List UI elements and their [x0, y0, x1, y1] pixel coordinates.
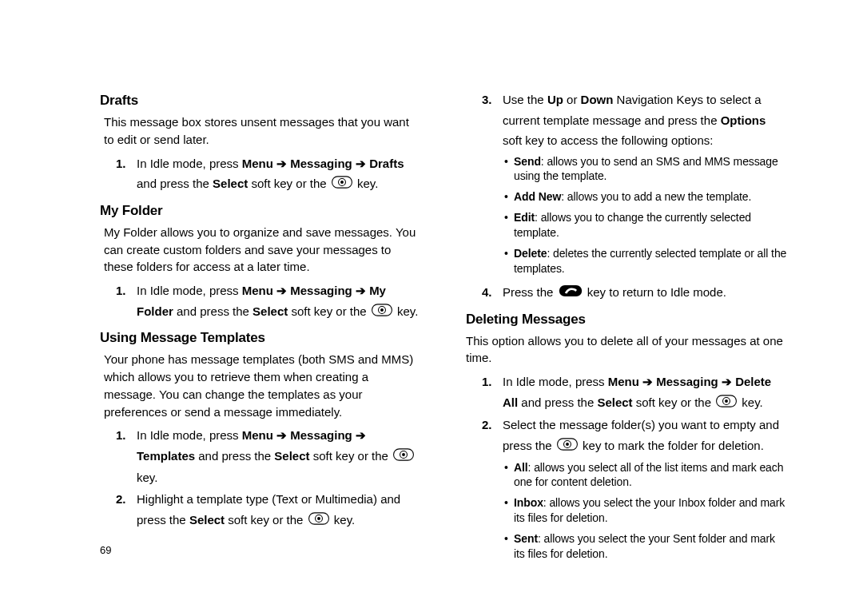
heading-drafts: Drafts	[100, 93, 421, 109]
ok-key-icon	[371, 302, 393, 323]
text: In Idle mode, press	[137, 428, 242, 442]
text: and press the	[137, 177, 213, 190]
text: In Idle mode, press	[137, 284, 242, 297]
text: soft key or the	[310, 449, 392, 463]
text: : allows you select all of the list item…	[514, 461, 783, 489]
drafts-intro: This message box stores unsent messages …	[100, 113, 421, 149]
text: soft key or the	[633, 395, 715, 409]
text: : deletes the currently selected templat…	[514, 247, 786, 275]
text: soft key to access the following options…	[503, 133, 713, 147]
drafts-step-1: In Idle mode, press Menu ➔ Messaging ➔ D…	[100, 153, 421, 195]
text: soft key or the	[288, 304, 370, 318]
text: In Idle mode, press	[137, 157, 242, 170]
text: Use the	[503, 93, 547, 106]
myfolder-steps: In Idle mode, press Menu ➔ Messaging ➔ M…	[100, 280, 421, 322]
text-bold: Select	[213, 177, 248, 190]
myfolder-intro: My Folder allows you to organize and sav…	[100, 224, 421, 276]
templates-steps: In Idle mode, press Menu ➔ Messaging ➔ T…	[100, 425, 421, 531]
deleting-step-1: In Idle mode, press Menu ➔ Messaging ➔ D…	[466, 372, 787, 413]
ok-key-icon	[331, 174, 353, 195]
text: key.	[394, 304, 419, 318]
heading-deleting: Deleting Messages	[466, 312, 787, 328]
bullet-send: Send: allows you to send an SMS and MMS …	[466, 154, 787, 185]
text-bold: Down	[581, 93, 614, 106]
templates-step-3: Use the Up or Down Navigation Keys to se…	[466, 89, 787, 276]
ok-key-icon	[392, 447, 415, 467]
text-bold: Select	[253, 304, 288, 318]
arrow-icon: ➔	[352, 428, 366, 442]
text: : allows you to add a new the template.	[561, 190, 751, 203]
options-bullets: Send: allows you to send an SMS and MMS …	[466, 154, 787, 276]
text: Press the	[503, 285, 557, 299]
right-column: Use the Up or Down Navigation Keys to se…	[466, 89, 787, 570]
text-bold: Edit	[514, 211, 535, 224]
text-bold: Up	[547, 93, 563, 106]
end-key-icon	[558, 283, 583, 304]
text-bold: Menu	[242, 428, 273, 442]
deleting-step-2: Select the message folder(s) you want to…	[466, 415, 787, 562]
templates-step-4: Press the key to return to Idle mode.	[466, 282, 787, 304]
text-bold: Messaging	[290, 157, 352, 170]
arrow-icon: ➔	[273, 284, 290, 297]
bullet-delete: Delete: deletes the currently selected t…	[466, 246, 787, 276]
left-column: Drafts This message box stores unsent me…	[100, 89, 421, 570]
myfolder-step-1: In Idle mode, press Menu ➔ Messaging ➔ M…	[100, 280, 421, 322]
arrow-icon: ➔	[273, 157, 290, 170]
templates-intro: Your phone has message templates (both S…	[100, 351, 421, 420]
text-bold: Select	[597, 395, 632, 409]
text-bold: Add New	[514, 190, 561, 203]
text: soft key or the	[225, 513, 307, 527]
text: soft key or the	[248, 177, 330, 190]
text: and press the	[195, 449, 274, 463]
text: and press the	[173, 304, 253, 318]
text-bold: Menu	[242, 284, 273, 297]
bullet-all: All: allows you select all of the list i…	[466, 460, 787, 491]
arrow-icon: ➔	[352, 284, 369, 297]
text: key to return to Idle mode.	[584, 285, 726, 299]
text-bold: Inbox	[514, 496, 543, 509]
bullet-edit: Edit: allows you to change the currently…	[466, 210, 787, 240]
text-bold: Messaging	[290, 428, 352, 442]
bullet-sent: Sent: allows you select the your Sent fo…	[466, 531, 787, 562]
text: key.	[354, 177, 379, 190]
text: or	[563, 93, 581, 106]
ok-key-icon	[556, 436, 579, 457]
text-bold: Drafts	[369, 157, 404, 170]
text: : allows you to send an SMS and MMS mess…	[514, 155, 778, 183]
text: key.	[331, 513, 356, 527]
bullet-addnew: Add New: allows you to add a new the tem…	[466, 189, 787, 205]
arrow-icon: ➔	[718, 375, 735, 388]
drafts-steps: In Idle mode, press Menu ➔ Messaging ➔ D…	[100, 153, 421, 195]
text: : allows you select the your Sent folder…	[514, 532, 775, 560]
text-bold: Menu	[608, 375, 639, 388]
two-column-layout: Drafts This message box stores unsent me…	[100, 89, 787, 570]
text-bold: Select	[274, 449, 309, 463]
ok-key-icon	[308, 511, 330, 531]
text-bold: Select	[189, 513, 225, 527]
text-bold: Templates	[137, 449, 195, 463]
heading-myfolder: My Folder	[100, 203, 421, 219]
ok-key-icon	[715, 393, 738, 414]
arrow-icon: ➔	[273, 428, 290, 442]
templates-step-1: In Idle mode, press Menu ➔ Messaging ➔ T…	[100, 425, 421, 487]
text: key to mark the folder for deletion.	[579, 439, 764, 452]
deleting-steps: In Idle mode, press Menu ➔ Messaging ➔ D…	[466, 372, 787, 562]
folder-bullets: All: allows you select all of the list i…	[466, 460, 787, 562]
deleting-intro: This option allows you to delete all of …	[466, 332, 787, 368]
bullet-inbox: Inbox: allows you select the your Inbox …	[466, 495, 787, 526]
templates-step-2: Highlight a template type (Text or Multi…	[100, 489, 421, 531]
text-bold: Delete	[514, 247, 547, 260]
text: : allows you select the your Inbox folde…	[514, 496, 785, 524]
text: In Idle mode, press	[503, 375, 608, 388]
page-number: 69	[100, 544, 111, 556]
text-bold: Menu	[242, 157, 273, 170]
templates-steps-continued: Use the Up or Down Navigation Keys to se…	[466, 89, 787, 304]
arrow-icon: ➔	[352, 157, 369, 170]
text: key.	[137, 471, 157, 484]
arrow-icon: ➔	[639, 375, 656, 388]
text-bold: Options	[721, 113, 766, 127]
text-bold: Messaging	[290, 284, 352, 297]
text: and press the	[518, 395, 597, 409]
text: key.	[738, 395, 763, 409]
text-bold: Messaging	[656, 375, 718, 388]
